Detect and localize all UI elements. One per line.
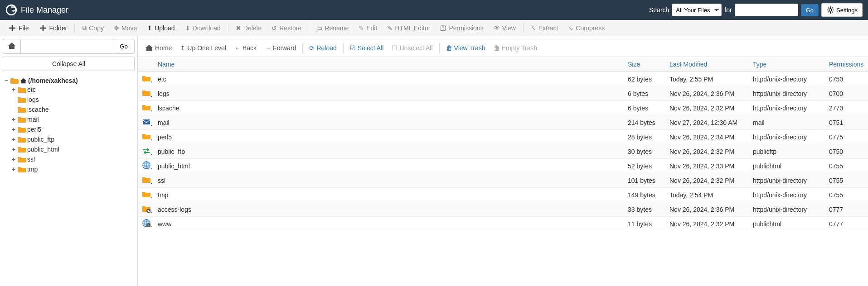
column-icon[interactable]: [138, 57, 153, 72]
view-trash-button[interactable]: 🗑View Trash: [442, 42, 489, 54]
table-row[interactable]: etc62 bytesToday, 2:55 PMhttpd/unix-dire…: [138, 72, 868, 86]
html-editor-button[interactable]: ✎HTML Editor: [383, 22, 435, 34]
path-home-button[interactable]: [3, 39, 20, 54]
collapse-icon[interactable]: −: [4, 77, 9, 84]
unselect-all-button[interactable]: ☐Unselect All: [388, 42, 436, 54]
table-row[interactable]: public_ftp30 bytesNov 26, 2024, 2:32 PMp…: [138, 144, 868, 159]
tree-item[interactable]: +etc: [11, 86, 134, 94]
expand-icon[interactable]: +: [11, 146, 16, 153]
cell-type: httpd/unix-directory: [748, 173, 824, 188]
edit-button[interactable]: ✎Edit: [354, 22, 382, 34]
expand-icon[interactable]: +: [11, 156, 16, 163]
tree-item[interactable]: +mail: [11, 115, 134, 124]
tree-item[interactable]: +perl5: [11, 125, 134, 133]
tree-item-label: logs: [27, 96, 39, 103]
tree-item[interactable]: +tmp: [11, 165, 134, 173]
key-icon: ⚿: [440, 24, 446, 32]
path-input[interactable]: [20, 39, 113, 54]
upload-button[interactable]: ⬆Upload: [142, 22, 179, 34]
tree-root[interactable]: − (/home/xakhcsa): [4, 76, 134, 85]
globe-icon: [142, 161, 150, 169]
nav-home-button[interactable]: Home: [141, 41, 175, 55]
table-row[interactable]: perl528 bytesNov 26, 2024, 2:34 PMhttpd/…: [138, 130, 868, 144]
expand-icon[interactable]: +: [11, 166, 16, 173]
folder-icon: [142, 190, 150, 198]
copy-button[interactable]: ⧉Copy: [78, 21, 108, 34]
cell-name: perl5: [153, 130, 623, 144]
cell-permissions: 0755: [824, 188, 868, 202]
app-logo: File Manager: [5, 4, 68, 16]
select-all-button[interactable]: ☑Select All: [346, 42, 388, 54]
table-row[interactable]: logs6 bytesNov 26, 2024, 2:36 PMhttpd/un…: [138, 86, 868, 101]
table-row[interactable]: lscache6 bytesNov 26, 2024, 2:32 PMhttpd…: [138, 101, 868, 115]
folder-icon: [10, 76, 19, 85]
restore-button[interactable]: ↺Restore: [267, 22, 306, 34]
file-button[interactable]: File: [4, 21, 34, 35]
view-button[interactable]: 👁View: [489, 22, 520, 34]
delete-icon: ✖: [236, 24, 241, 32]
table-row[interactable]: mail214 bytesNov 27, 2024, 12:30 AMmail0…: [138, 115, 868, 130]
expand-icon[interactable]: +: [11, 116, 16, 123]
cell-size: 6 bytes: [623, 101, 665, 115]
column-permissions[interactable]: Permissions: [824, 57, 868, 72]
expand-icon[interactable]: +: [11, 86, 16, 93]
folder-icon: [18, 115, 26, 124]
empty-trash-button[interactable]: 🗑Empty Trash: [490, 42, 541, 54]
column-name[interactable]: Name: [153, 57, 623, 72]
expand-icon[interactable]: +: [11, 126, 16, 133]
nav-toolbar: Home ↥Up One Level ←Back →Forward ⟳Reloa…: [138, 39, 868, 57]
column-type[interactable]: Type: [748, 57, 824, 72]
expand-icon[interactable]: [11, 106, 16, 113]
expand-icon[interactable]: +: [11, 136, 16, 143]
delete-button[interactable]: ✖Delete: [231, 22, 266, 34]
cell-type: httpd/unix-directory: [748, 188, 824, 202]
tree-item[interactable]: +ssl: [11, 155, 134, 163]
compress-button[interactable]: ↘Compress: [563, 22, 609, 34]
up-one-level-button[interactable]: ↥Up One Level: [176, 42, 230, 54]
table-row[interactable]: tmp149 bytesToday, 2:54 PMhttpd/unix-dir…: [138, 188, 868, 202]
table-row[interactable]: ssl101 bytesNov 26, 2024, 2:32 PMhttpd/u…: [138, 173, 868, 188]
cell-type: httpd/unix-directory: [748, 86, 824, 101]
folder-button[interactable]: Folder: [34, 21, 72, 35]
cell-name: mail: [153, 115, 623, 130]
settings-button[interactable]: Settings: [821, 3, 863, 17]
html-editor-icon: ✎: [387, 24, 393, 32]
search-scope-select[interactable]: All Your Files: [672, 4, 722, 16]
folder-icon: [142, 74, 150, 82]
cell-modified: Today, 2:55 PM: [665, 72, 748, 86]
trash-icon: 🗑: [494, 44, 500, 52]
tree-item-label: lscache: [27, 106, 48, 113]
forward-button[interactable]: →Forward: [261, 42, 300, 54]
rename-button[interactable]: ▭Rename: [312, 22, 353, 34]
path-go-button[interactable]: Go: [113, 39, 135, 54]
tree-item[interactable]: lscache: [11, 105, 134, 114]
extract-button[interactable]: ↖Extract: [526, 22, 563, 34]
expand-icon[interactable]: [11, 96, 16, 103]
cell-size: 33 bytes: [623, 202, 665, 217]
download-button[interactable]: ⬇Download: [180, 22, 225, 34]
upload-icon: ⬆: [147, 24, 152, 32]
search-input[interactable]: [735, 4, 798, 16]
cell-permissions: 0775: [824, 130, 868, 144]
collapse-all-button[interactable]: Collapse All: [3, 57, 135, 71]
column-size[interactable]: Size: [623, 57, 665, 72]
column-modified[interactable]: Last Modified: [665, 57, 748, 72]
reload-button[interactable]: ⟳Reload: [305, 42, 340, 54]
table-row[interactable]: www11 bytesNov 26, 2024, 2:32 PMpublicht…: [138, 217, 868, 231]
tree-item[interactable]: +public_html: [11, 145, 134, 153]
search-go-button[interactable]: Go: [801, 4, 819, 16]
table-row[interactable]: public_html52 bytesNov 26, 2024, 2:33 PM…: [138, 159, 868, 173]
back-icon: ←: [234, 44, 241, 52]
cell-name: tmp: [153, 188, 623, 202]
move-button[interactable]: ✥Move: [109, 22, 141, 34]
tree-item[interactable]: logs: [11, 95, 134, 104]
permissions-button[interactable]: ⚿Permissions: [436, 22, 488, 34]
cell-name: www: [153, 217, 623, 231]
back-button[interactable]: ←Back: [231, 42, 260, 54]
cell-modified: Nov 26, 2024, 2:33 PM: [665, 159, 748, 173]
tree-item-label: public_ftp: [27, 136, 54, 143]
tree-item[interactable]: +public_ftp: [11, 135, 134, 143]
table-row[interactable]: access-logs33 bytesNov 26, 2024, 2:36 PM…: [138, 202, 868, 217]
cell-permissions: 0750: [824, 72, 868, 86]
folder-tree: − (/home/xakhcsa) +etc logs lscache+mail…: [3, 74, 135, 177]
